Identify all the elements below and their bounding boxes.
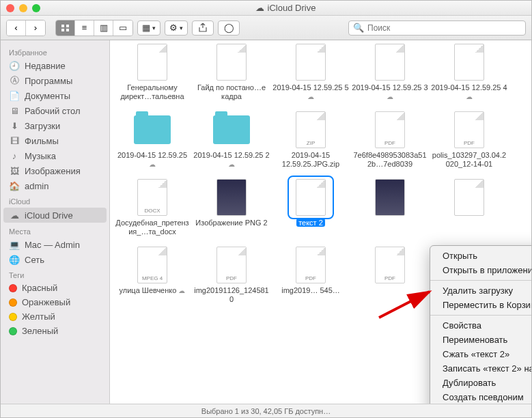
context-menu-item[interactable]: Переименовать <box>430 333 531 347</box>
share-button[interactable] <box>192 20 214 36</box>
icloud-icon: ☁︎ <box>9 210 20 221</box>
sidebar-item-label: Недавние <box>25 61 66 71</box>
forward-button[interactable]: › <box>26 20 45 36</box>
sidebar-item[interactable]: ⒶПрограммы <box>1 73 109 88</box>
file-item[interactable]: текст 2 <box>271 178 350 236</box>
context-menu-item[interactable]: Переместить в Корзину <box>430 298 531 312</box>
sidebar-item-label: Красный <box>22 283 57 293</box>
zoom-window-button[interactable] <box>32 4 40 12</box>
sidebar-item[interactable]: 🌐Сеть <box>1 252 109 267</box>
file-thumbnail: PDF <box>290 246 331 284</box>
sidebar-item-label: Фильмы <box>25 136 59 146</box>
sidebar-item[interactable]: 💻Mac — Admin <box>1 237 109 252</box>
sidebar-icon: 🖥 <box>9 105 20 116</box>
list-view-button[interactable]: ≡ <box>75 20 94 36</box>
sidebar-item[interactable]: 🏠admin <box>1 178 109 193</box>
sidebar-item-icloud-drive[interactable]: ☁︎iCloud Drive <box>3 208 107 223</box>
sidebar-item[interactable]: ♪Музыка <box>1 148 109 163</box>
file-item[interactable]: PDFpolis_103297_03.04.2020_12-14-01 <box>430 111 509 169</box>
context-menu-separator <box>430 315 531 316</box>
sidebar-icon: ⬇︎ <box>9 120 20 131</box>
tags-button[interactable]: ◯ <box>218 20 240 36</box>
sidebar-tag-item[interactable]: Желтый <box>1 309 109 324</box>
context-menu-label: Сжать «текст 2» <box>443 349 509 359</box>
sidebar-item[interactable]: 📄Документы <box>1 88 109 103</box>
action-dropdown[interactable]: ⚙︎▾ <box>165 20 188 36</box>
file-item[interactable]: 2019-04-15 12.59.25 ☁︎ <box>113 111 192 169</box>
file-thumbnail: DOCX <box>132 178 173 217</box>
sidebar-item-label: Mac — Admin <box>25 240 80 250</box>
file-thumbnail: MPEG 4 <box>132 246 173 284</box>
file-label: 2019-04-15 12.59.25 5 ☁︎ <box>272 83 349 101</box>
file-item[interactable]: Изображение PNG 2 <box>192 178 271 236</box>
context-menu-label: Свойства <box>443 320 481 331</box>
context-menu-item[interactable]: Удалить загрузку <box>430 283 531 298</box>
file-thumbnail: PDF <box>211 246 252 284</box>
file-item[interactable]: 2019-04-15 12.59.25 2 ☁︎ <box>192 111 271 169</box>
context-menu-item[interactable]: Свойства <box>430 318 531 333</box>
sidebar-tag-item[interactable]: Зеленый <box>1 324 109 338</box>
context-menu-item[interactable]: Дублировать <box>430 376 531 390</box>
group-by-dropdown[interactable]: ▦▾ <box>137 20 160 36</box>
file-item[interactable]: PDFimg2019… 545… <box>271 246 350 304</box>
context-menu-item[interactable]: Открыть в приложении▶ <box>430 263 531 277</box>
sidebar-item-label: Музыка <box>25 151 56 161</box>
file-thumbnail: PDF <box>369 111 410 149</box>
file-item[interactable]: PDFimg20191126_1245810 <box>192 246 271 304</box>
context-menu-separator <box>430 280 531 281</box>
file-item[interactable] <box>350 178 430 236</box>
file-item[interactable]: 2019-04-15 12.59.25 4 ☁︎ <box>430 43 509 101</box>
sidebar-item-label: Рабочий стол <box>25 106 81 116</box>
context-menu-item[interactable]: Открыть <box>430 249 531 263</box>
file-item[interactable]: PDF <box>350 246 430 304</box>
back-button[interactable]: ‹ <box>7 20 26 36</box>
sidebar-tag-item[interactable]: Оранжевый <box>1 295 109 309</box>
file-label: img20191126_1245810 <box>193 286 270 304</box>
sidebar-item[interactable]: 🕘Недавние <box>1 58 109 73</box>
tag-dot-icon <box>9 298 17 307</box>
cloud-icon: ☁︎ <box>307 93 314 100</box>
column-view-button[interactable]: ▥ <box>94 20 113 36</box>
gallery-view-button[interactable]: ▭ <box>113 20 132 36</box>
sidebar-icon: Ⓐ <box>9 75 20 86</box>
file-item[interactable]: DOCXДосудебная_претензия_…та_docx <box>113 178 192 236</box>
context-menu-item[interactable]: Сжать «текст 2» <box>430 347 531 361</box>
file-thumbnail <box>211 178 252 217</box>
finder-window: ☁︎ iCloud Drive ‹ › ≡ ▥ ▭ ▦▾ ⚙︎▾ ◯ 🔍 Изб… <box>0 0 532 418</box>
context-menu-label: Переместить в Корзину <box>443 300 531 310</box>
file-item[interactable]: PDF7e6f8e498953083a512b…7ed8039 <box>350 111 430 169</box>
svg-rect-0 <box>61 25 64 27</box>
sidebar-item[interactable]: 🎞Фильмы <box>1 133 109 148</box>
search-field[interactable]: 🔍 <box>348 20 526 36</box>
sidebar-header-favorites: Избранное <box>1 44 109 58</box>
sidebar-icon: 🖼 <box>9 165 20 176</box>
file-item[interactable]: ZIP2019-04-15 12.59.25.JPG.zip <box>271 111 350 169</box>
sidebar-item[interactable]: 🖥Рабочий стол <box>1 103 109 118</box>
close-window-button[interactable] <box>6 4 14 12</box>
context-menu-label: Открыть в приложении <box>443 265 531 275</box>
icon-view-button[interactable] <box>56 20 75 36</box>
file-item[interactable] <box>430 178 509 236</box>
file-item[interactable]: 2019-04-15 12.59.25 5 ☁︎ <box>271 43 350 101</box>
sidebar-header-locations: Места <box>1 223 109 237</box>
status-bar: Выбрано 1 из 30, 42,05 ГБ доступн… <box>1 404 531 417</box>
file-item[interactable]: 2019-04-15 12.59.25 3 ☁︎ <box>350 43 430 101</box>
file-thumbnail <box>369 43 410 81</box>
file-item[interactable]: Генеральному директ…тальевна <box>113 43 192 101</box>
file-item[interactable]: Гайд по постано…е кадра <box>192 43 271 101</box>
content-area[interactable]: Генеральному директ…тальевна Гайд по пос… <box>110 40 531 404</box>
context-menu-item[interactable]: Записать «текст 2» на диск… <box>430 361 531 376</box>
file-label: 7e6f8e498953083a512b…7ed8039 <box>352 151 428 169</box>
tag-dot-icon <box>9 313 17 321</box>
sidebar-tag-item[interactable]: Красный <box>1 281 109 295</box>
search-input[interactable] <box>367 23 521 33</box>
cloud-icon: ☁︎ <box>466 93 473 100</box>
context-menu-item[interactable]: Создать псевдоним <box>430 390 531 404</box>
sidebar-item[interactable]: 🖼Изображения <box>1 163 109 178</box>
sidebar-item-label: Программы <box>25 76 72 86</box>
minimize-window-button[interactable] <box>19 4 27 12</box>
file-thumbnail <box>290 43 331 81</box>
context-menu-label: Открыть <box>443 251 477 261</box>
sidebar-item[interactable]: ⬇︎Загрузки <box>1 118 109 133</box>
file-item[interactable]: MPEG 4улица Шевченко ☁︎ <box>113 246 192 304</box>
